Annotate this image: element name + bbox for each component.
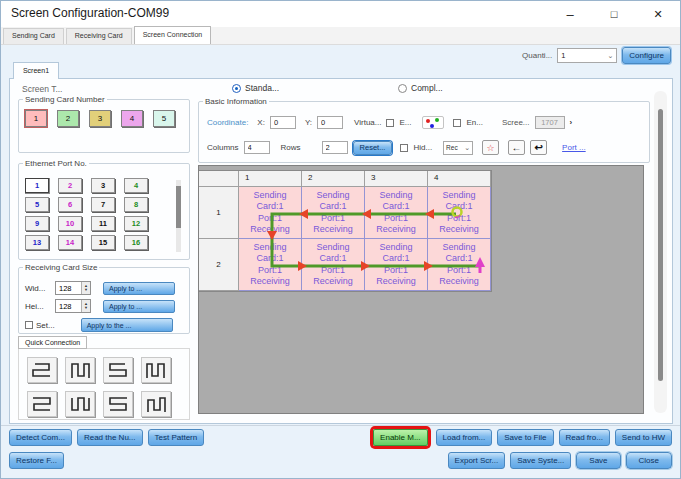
quick-pattern-1-button[interactable]	[27, 357, 57, 383]
chevron-down-icon: ⌄	[464, 144, 470, 152]
grid-cell-r1c4[interactable]: SendingCard:1Port:1Receiving	[428, 187, 491, 239]
close-icon[interactable]: ✕	[636, 1, 680, 27]
apply-to-entire-button[interactable]: Apply to the ...	[81, 318, 173, 332]
hide-checkbox[interactable]	[400, 144, 408, 152]
quick-pattern-7-button[interactable]	[103, 391, 133, 417]
ethernet-scrollbar-thumb[interactable]	[176, 186, 181, 228]
vertical-scrollbar-thumb[interactable]	[658, 109, 663, 381]
rec-select[interactable]: Rec ⌄	[443, 141, 473, 155]
maximize-icon[interactable]: □	[592, 1, 636, 27]
send-to-hw-button[interactable]: Send to HW	[615, 429, 672, 446]
quick-pattern-8-button[interactable]	[141, 391, 171, 417]
restore-factory-button[interactable]: Restore F...	[9, 452, 64, 469]
sending-card-number-legend: Sending Card Number	[23, 95, 107, 104]
port-3-button[interactable]: 3	[91, 178, 115, 193]
quick-pattern-6-button[interactable]	[65, 391, 95, 417]
set-checkbox[interactable]	[25, 321, 33, 329]
bottom-left-row2: Restore F...	[9, 452, 64, 469]
grid-cell-r1c1[interactable]: SendingCard:1Port:1Receiving	[239, 187, 302, 239]
y-input[interactable]	[317, 116, 343, 129]
grid-cell-r2c2[interactable]: SendingCard:1Port:1Receiving	[302, 239, 365, 291]
save-to-file-button[interactable]: Save to File	[497, 429, 553, 446]
save-button[interactable]: Save	[576, 452, 620, 469]
minimize-icon[interactable]: –	[548, 1, 592, 27]
detect-communication-button[interactable]: Detect Com...	[9, 429, 72, 446]
width-stepper[interactable]: 128 ▲▼	[55, 281, 91, 295]
sending-card-3-button[interactable]: 3	[89, 110, 111, 127]
quick-pattern-3-button[interactable]	[103, 357, 133, 383]
port-8-button[interactable]: 8	[124, 197, 148, 212]
sending-card-number-group: Sending Card Number 1 2 3 4 5	[18, 95, 190, 153]
port-16-button[interactable]: 16	[124, 235, 148, 250]
sending-card-1-button[interactable]: 1	[25, 110, 47, 127]
grid-cell-r2c3[interactable]: SendingCard:1Port:1Receiving	[365, 239, 428, 291]
export-screen-button[interactable]: Export Scr...	[448, 452, 506, 469]
vertical-scrollbar[interactable]	[654, 91, 667, 413]
columns-input[interactable]	[244, 141, 270, 154]
en-checkbox[interactable]	[453, 119, 461, 127]
standard-radio[interactable]	[232, 84, 241, 93]
port-link[interactable]: Port ...	[562, 143, 586, 152]
port-12-button[interactable]: 12	[124, 216, 148, 231]
back-arrow-button[interactable]: ←	[508, 140, 525, 155]
spinner-arrows-icon[interactable]: ▲▼	[81, 300, 90, 312]
port-2-button[interactable]: 2	[58, 178, 82, 193]
standard-mode-option[interactable]: Standa...	[232, 83, 279, 93]
screen-area-input	[535, 116, 565, 129]
read-from-hw-button[interactable]: Read fro...	[559, 429, 610, 446]
reset-button[interactable]: Reset...	[353, 141, 393, 155]
port-10-button[interactable]: 10	[58, 216, 82, 231]
sending-card-2-button[interactable]: 2	[57, 110, 79, 127]
quick-pattern-2-button[interactable]	[65, 357, 95, 383]
load-from-file-button[interactable]: Load from...	[436, 429, 493, 446]
port-15-button[interactable]: 15	[91, 235, 115, 250]
port-6-button[interactable]: 6	[58, 197, 82, 212]
complex-radio[interactable]	[398, 84, 407, 93]
row-header: 1	[199, 187, 239, 239]
tab-screen1[interactable]: Screen1	[13, 62, 59, 79]
sending-card-4-button[interactable]: 4	[121, 110, 143, 127]
height-stepper[interactable]: 128 ▲▼	[55, 299, 91, 313]
test-pattern-button[interactable]: Test Pattern	[148, 429, 205, 446]
undo-button[interactable]: ↩	[530, 140, 547, 155]
connection-grid-area[interactable]: 1 2 3 4 1 SendingCard:1Port:1Receiving S…	[198, 165, 644, 414]
enable-mapping-button[interactable]: Enable M...	[373, 429, 427, 446]
rows-input[interactable]	[322, 141, 348, 154]
port-1-button[interactable]: 1	[25, 178, 49, 193]
close-button[interactable]: Close	[626, 452, 672, 469]
receiving-card-size-legend: Receiving Card Size	[23, 263, 99, 272]
port-4-button[interactable]: 4	[124, 178, 148, 193]
port-9-button[interactable]: 9	[25, 216, 49, 231]
tab-sending-card[interactable]: Sending Card	[3, 28, 64, 44]
x-label: X:	[257, 118, 265, 127]
apply-height-button[interactable]: Apply to ...	[103, 300, 175, 313]
port-11-button[interactable]: 11	[91, 216, 115, 231]
read-number-button[interactable]: Read the Nu...	[77, 429, 143, 446]
grid-cell-r1c3[interactable]: SendingCard:1Port:1Receiving	[365, 187, 428, 239]
apply-width-button[interactable]: Apply to ...	[103, 282, 175, 295]
save-system-button[interactable]: Save Syste...	[510, 452, 571, 469]
port-14-button[interactable]: 14	[58, 235, 82, 250]
configure-button[interactable]: Configure	[622, 47, 671, 64]
grid-cell-r2c4[interactable]: SendingCard:1Port:1Receiving	[428, 239, 491, 291]
quick-pattern-4-button[interactable]	[141, 357, 171, 383]
tab-screen-connection[interactable]: Screen Connection	[134, 26, 212, 44]
quick-pattern-5-button[interactable]	[27, 391, 57, 417]
complex-mode-option[interactable]: Compl...	[398, 83, 443, 93]
x-input[interactable]	[270, 116, 296, 129]
quantity-select[interactable]: 1 ⌄	[557, 48, 617, 63]
e-checkbox[interactable]	[386, 119, 394, 127]
ethernet-scrollbar[interactable]	[176, 180, 181, 252]
window-title: Screen Configuration-COM99	[11, 6, 169, 20]
grid-cell-r1c2[interactable]: SendingCard:1Port:1Receiving	[302, 187, 365, 239]
spinner-arrows-icon[interactable]: ▲▼	[81, 282, 90, 294]
port-13-button[interactable]: 13	[25, 235, 49, 250]
grid-cell-r2c1[interactable]: SendingCard:1Port:1Receiving	[239, 239, 302, 291]
port-5-button[interactable]: 5	[25, 197, 49, 212]
port-7-button[interactable]: 7	[91, 197, 115, 212]
tab-receiving-card[interactable]: Receiving Card	[66, 28, 132, 44]
row-header: 2	[199, 239, 239, 291]
sending-card-5-button[interactable]: 5	[153, 110, 175, 127]
expand-arrow-icon[interactable]: ›	[570, 118, 573, 127]
favorite-star-button[interactable]: ☆	[482, 140, 499, 155]
